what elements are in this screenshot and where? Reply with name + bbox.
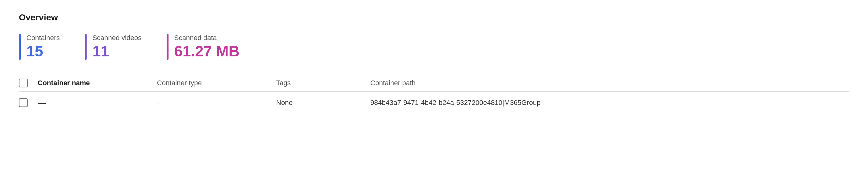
header-container-name: Container name	[38, 79, 157, 87]
row-checkbox-cell	[19, 98, 38, 107]
header-checkbox[interactable]	[19, 79, 28, 87]
row-container-name: —	[38, 98, 157, 108]
stat-scanned-data: Scanned data 61.27 MB	[167, 34, 240, 60]
row-container-path: 984b43a7-9471-4b42-b24a-5327200e4810|M36…	[370, 99, 849, 107]
scanned-data-content: Scanned data 61.27 MB	[174, 34, 240, 60]
header-tags: Tags	[276, 79, 370, 87]
containers-bar	[19, 34, 21, 60]
scanned-data-value: 61.27 MB	[174, 43, 240, 60]
row-checkbox[interactable]	[19, 98, 28, 107]
scanned-videos-bar	[85, 34, 87, 60]
page-title: Overview	[19, 12, 849, 23]
containers-label: Containers	[26, 34, 60, 42]
table-row: — - None 984b43a7-9471-4b42-b24a-5327200…	[19, 92, 849, 114]
table-header: Container name Container type Tags Conta…	[19, 75, 849, 92]
containers-value: 15	[26, 43, 60, 60]
stat-containers: Containers 15	[19, 34, 60, 60]
table-container: Container name Container type Tags Conta…	[19, 75, 849, 114]
scanned-data-label: Scanned data	[174, 34, 240, 42]
row-tags: None	[276, 99, 370, 107]
scanned-videos-content: Scanned videos 11	[92, 34, 142, 60]
scanned-videos-label: Scanned videos	[92, 34, 142, 42]
stat-scanned-videos: Scanned videos 11	[85, 34, 142, 60]
scanned-data-bar	[167, 34, 168, 60]
header-container-type: Container type	[157, 79, 276, 87]
header-checkbox-col	[19, 79, 38, 87]
scanned-videos-value: 11	[92, 43, 142, 60]
containers-content: Containers 15	[26, 34, 60, 60]
header-container-path: Container path	[370, 79, 849, 87]
row-container-type: -	[157, 99, 276, 107]
stats-row: Containers 15 Scanned videos 11 Scanned …	[19, 34, 849, 60]
